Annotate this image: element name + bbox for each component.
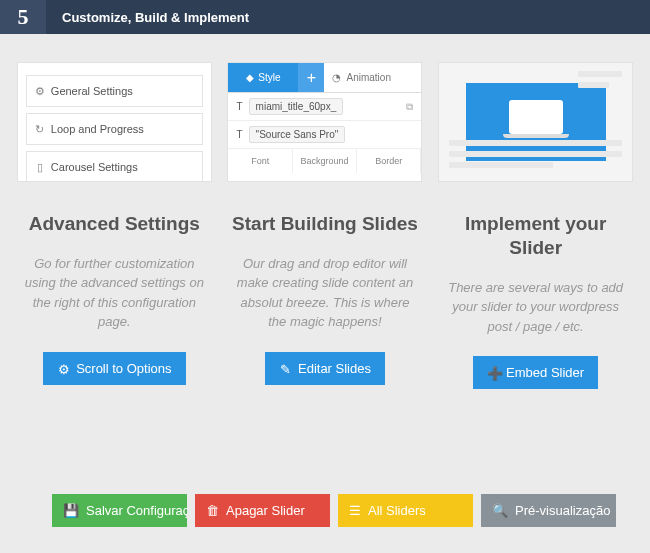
- card-implement-slider: Implement your Slider There are several …: [438, 62, 633, 389]
- thumb-advanced: ⚙General Settings ↻Loop and Progress ▯Ca…: [17, 62, 212, 182]
- plus-circle-icon: ➕: [487, 366, 500, 379]
- search-icon: 🔍: [492, 503, 508, 518]
- carousel-icon: ▯: [35, 162, 45, 172]
- trash-icon: 🗑: [206, 503, 219, 518]
- scroll-to-options-button[interactable]: ⚙ Scroll to Options: [43, 352, 185, 385]
- card-description: Go for further customization using the a…: [17, 254, 212, 332]
- card-description: There are several ways to add your slide…: [438, 278, 633, 337]
- row-value: miami_title_60px_: [249, 98, 344, 115]
- style-tab: ◆Style: [228, 63, 298, 92]
- tab-label: Animation: [346, 72, 390, 83]
- thumb-row: ▯Carousel Settings: [26, 151, 203, 182]
- thumb-decoration: [449, 140, 622, 173]
- tab-label: Style: [258, 72, 280, 83]
- page-title: Customize, Build & Implement: [46, 10, 249, 25]
- loop-icon: ↻: [35, 124, 45, 134]
- clock-icon: ◔: [332, 72, 341, 83]
- thumb-row: ↻Loop and Progress: [26, 113, 203, 145]
- copy-icon: ⧉: [406, 101, 413, 113]
- step-number: 5: [0, 0, 46, 34]
- plus-tab: +: [298, 63, 324, 92]
- subtab: Font: [228, 149, 292, 173]
- card-title: Advanced Settings: [17, 212, 212, 236]
- save-button[interactable]: 💾 Salvar Configurações: [52, 494, 187, 527]
- card-description: Our drag and drop editor will make creat…: [227, 254, 422, 332]
- button-label: Scroll to Options: [76, 361, 171, 376]
- thumb-implement: [438, 62, 633, 182]
- subtab: Border: [357, 149, 421, 173]
- row-value: "Source Sans Pro": [249, 126, 346, 143]
- text-icon: T: [236, 101, 242, 112]
- thumb-bottom-tabs: Font Background Border: [228, 149, 421, 173]
- step-header: 5 Customize, Build & Implement: [0, 0, 650, 34]
- laptop-icon: [509, 100, 563, 134]
- drop-icon: ◆: [246, 72, 254, 83]
- card-start-building: ◆Style + ◔Animation Tmiami_title_60px_⧉ …: [227, 62, 422, 389]
- button-label: All Sliders: [368, 503, 426, 518]
- button-label: Embed Slider: [506, 365, 584, 380]
- save-icon: 💾: [63, 503, 79, 518]
- edit-slides-button[interactable]: ✎ Editar Slides: [265, 352, 385, 385]
- card-title: Implement your Slider: [438, 212, 633, 260]
- thumb-row: ⚙General Settings: [26, 75, 203, 107]
- gear-icon: ⚙: [57, 362, 70, 375]
- thumb-decoration: [578, 71, 622, 93]
- embed-slider-button[interactable]: ➕ Embed Slider: [473, 356, 598, 389]
- pencil-icon: ✎: [279, 362, 292, 375]
- gear-icon: ⚙: [35, 86, 45, 96]
- delete-slider-button[interactable]: 🗑 Apagar Slider: [195, 494, 330, 527]
- button-label: Editar Slides: [298, 361, 371, 376]
- button-label: Pré-visualização: [515, 503, 610, 518]
- thumb-builder: ◆Style + ◔Animation Tmiami_title_60px_⧉ …: [227, 62, 422, 182]
- button-label: Salvar Configurações: [86, 503, 187, 518]
- all-sliders-button[interactable]: ☰ All Sliders: [338, 494, 473, 527]
- card-advanced-settings: ⚙General Settings ↻Loop and Progress ▯Ca…: [17, 62, 212, 389]
- animation-tab: ◔Animation: [324, 63, 421, 92]
- thumb-row: T"Source Sans Pro": [228, 121, 421, 149]
- preview-button[interactable]: 🔍 Pré-visualização: [481, 494, 616, 527]
- text-icon: T: [236, 129, 242, 140]
- list-icon: ☰: [349, 503, 361, 518]
- thumb-row: Tmiami_title_60px_⧉: [228, 93, 421, 121]
- subtab: Background: [293, 149, 357, 173]
- thumb-label: General Settings: [51, 85, 133, 97]
- footer-actions: 💾 Salvar Configurações 🗑 Apagar Slider ☰…: [52, 494, 650, 527]
- thumb-label: Loop and Progress: [51, 123, 144, 135]
- thumb-label: Carousel Settings: [51, 161, 138, 173]
- cards-row: ⚙General Settings ↻Loop and Progress ▯Ca…: [0, 34, 650, 389]
- card-title: Start Building Slides: [227, 212, 422, 236]
- button-label: Apagar Slider: [226, 503, 305, 518]
